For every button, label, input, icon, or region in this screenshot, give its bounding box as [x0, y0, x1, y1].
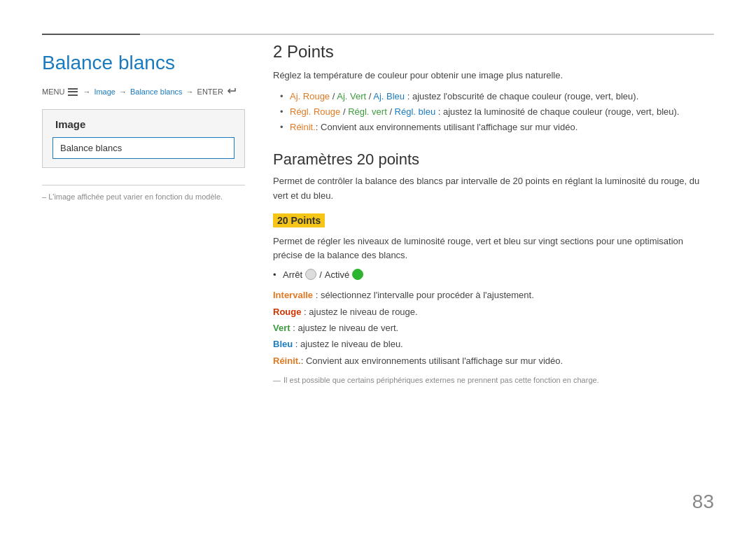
detail-bleu: Bleu : ajustez le niveau de bleu.: [273, 336, 714, 352]
detail-reinit-rest: : Convient aux environnements utilisant …: [301, 356, 563, 366]
top-bar-light: [140, 34, 714, 35]
detail-rouge: Rouge : ajustez le niveau de rouge.: [273, 304, 714, 320]
regl-vert: Régl. vert: [348, 106, 387, 117]
aj-rouge: Aj. Rouge: [290, 91, 330, 101]
bullet-item-2: Régl. Rouge / Régl. vert / Régl. bleu : …: [280, 104, 714, 120]
detail-rouge-rest: : ajustez le niveau de rouge.: [301, 307, 417, 317]
right-panel: 2 Points Réglez la température de couleu…: [273, 42, 714, 384]
sep1a: /: [330, 91, 337, 101]
menu-label: MENU: [42, 87, 64, 96]
sep1b: /: [366, 91, 373, 101]
toggle-on-label: Activé: [325, 269, 349, 280]
regl-bleu: Régl. bleu: [395, 106, 436, 117]
divider: [42, 185, 245, 185]
bullet-item-3: Réinit.: Convient aux environnements uti…: [280, 120, 714, 135]
footnote-dash: —: [273, 376, 281, 384]
detail-reinit: Réinit.: Convient aux environnements uti…: [273, 353, 714, 369]
top-bar-dark: [42, 34, 140, 35]
menu-icon: [68, 88, 78, 96]
menu-item1: Image: [94, 87, 115, 96]
detail-intervalle-rest: : sélectionnez l'intervalle pour procéde…: [313, 290, 534, 300]
section1-title: 2 Points: [273, 42, 714, 62]
detail-vert-rest: : ajustez le niveau de vert.: [290, 323, 399, 333]
toggle-sep: /: [319, 269, 322, 280]
top-bar: [42, 34, 714, 35]
bullet3-rest: : Convient aux environnements utilisant …: [316, 122, 578, 132]
label-vert: Vert: [273, 323, 290, 333]
footnote-right: — Il est possible que certains périphéri…: [273, 376, 714, 384]
section1-bullets: Aj. Rouge / Aj. Vert / Aj. Bleu : ajuste…: [280, 89, 714, 135]
menu-item2: Balance blancs: [130, 87, 183, 96]
label-reinit: Réinit.: [273, 356, 301, 366]
detail-intervalle: Intervalle : sélectionnez l'intervalle p…: [273, 287, 714, 303]
aj-vert: Aj. Vert: [337, 91, 366, 101]
footnote-left: – L'image affichée peut varier en foncti…: [42, 192, 245, 201]
label-rouge: Rouge: [273, 307, 301, 317]
label-intervalle: Intervalle: [273, 290, 313, 300]
aj-bleu: Aj. Bleu: [373, 91, 405, 101]
section2-desc: Permet de contrôler la balance des blanc…: [273, 174, 714, 204]
page-title: Balance blancs: [42, 52, 245, 74]
sep2b: /: [387, 106, 395, 117]
detail-bleu-rest: : ajustez le niveau de bleu.: [293, 339, 403, 349]
menu-path: MENU → Image → Balance blancs → ENTER: [42, 87, 245, 97]
detail-vert: Vert : ajustez le niveau de vert.: [273, 320, 714, 336]
nav-item[interactable]: Balance blancs: [52, 137, 234, 159]
arrow2: →: [119, 87, 127, 96]
detail-lines: Intervalle : sélectionnez l'intervalle p…: [273, 287, 714, 369]
left-panel: Balance blancs MENU → Image → Balance bl…: [42, 42, 245, 201]
label-bleu: Bleu: [273, 339, 293, 349]
nav-box: Image Balance blancs: [42, 109, 245, 168]
arrow3: →: [186, 87, 194, 96]
highlight-20-points: 20 Points: [273, 213, 325, 227]
regl-rouge: Régl. Rouge: [290, 106, 340, 117]
footnote-text: Il est possible que certains périphériqu…: [284, 376, 599, 384]
bullet2-rest: : ajustez la luminosité de chaque couleu…: [435, 106, 679, 117]
page-number: 83: [692, 491, 714, 513]
arrow1: →: [83, 87, 90, 96]
menu-enter: ENTER: [197, 87, 223, 96]
toggle-off-icon[interactable]: [305, 269, 316, 280]
toggle-on-icon[interactable]: [352, 269, 363, 280]
bullet-item-1: Aj. Rouge / Aj. Vert / Aj. Bleu : ajuste…: [280, 89, 714, 104]
section1-desc: Réglez la température de couleur pour ob…: [273, 69, 714, 83]
nav-box-title: Image: [52, 118, 234, 130]
toggle-off-label: Arrêt: [283, 269, 302, 280]
sep2a: /: [340, 106, 348, 117]
enter-icon: [227, 87, 237, 97]
reinit-1: Réinit.: [290, 122, 316, 132]
points-desc: Permet de régler les niveaux de luminosi…: [273, 234, 714, 264]
bullet1-rest: : ajustez l'obscurité de chaque couleur …: [405, 91, 638, 101]
toggle-row: Arrêt / Activé: [273, 269, 714, 280]
section2-title: Paramètres 20 points: [273, 150, 714, 169]
